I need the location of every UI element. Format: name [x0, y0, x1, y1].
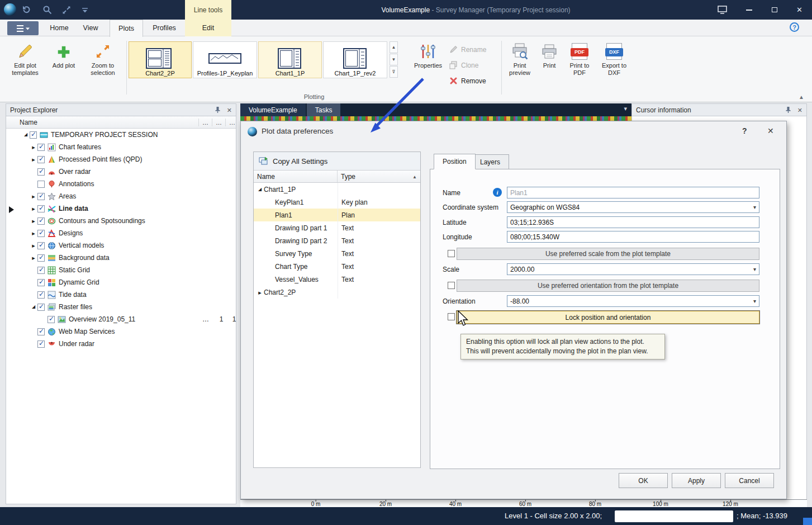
type-column-header[interactable]: Type	[338, 173, 420, 181]
print-preview-button[interactable]: Print preview	[505, 40, 535, 92]
tree-item[interactable]: Under radar	[6, 338, 236, 350]
checkbox[interactable]	[37, 242, 45, 249]
checkbox[interactable]	[37, 291, 45, 299]
checkbox[interactable]	[37, 279, 45, 286]
lock-position-bar[interactable]: Lock position and orientation	[457, 311, 759, 324]
ok-button[interactable]: OK	[619, 473, 668, 488]
tree-item[interactable]: Contours and Spotsoundings	[6, 215, 236, 227]
use-preferred-scale-bar[interactable]: Use preferred scale from the plot templa…	[457, 248, 759, 260]
latitude-input[interactable]	[507, 216, 759, 228]
app-logo-icon[interactable]	[4, 3, 16, 16]
column-header-ellipsis[interactable]: …	[198, 119, 212, 126]
checkbox[interactable]	[48, 316, 55, 323]
checkbox[interactable]	[37, 328, 45, 335]
lock-position-checkbox[interactable]	[448, 313, 455, 320]
close-panel-icon[interactable]	[227, 106, 232, 114]
expander-icon[interactable]	[22, 131, 30, 139]
gallery-scroll-up-button[interactable]: ▲	[390, 41, 398, 53]
tree-item[interactable]: Areas	[6, 190, 236, 202]
tree-column-header[interactable]: Name … … …	[6, 116, 236, 129]
checkbox[interactable]	[37, 193, 45, 200]
expander-icon[interactable]	[30, 242, 37, 249]
plot-row-drawing-id-2[interactable]: Drawing ID part 2Text	[254, 234, 420, 247]
expander-icon[interactable]	[30, 205, 37, 212]
scale-dropdown[interactable]: 2000.00	[507, 263, 759, 275]
pin-icon[interactable]	[214, 106, 221, 113]
apply-button[interactable]: Apply	[672, 473, 721, 488]
help-icon[interactable]	[790, 22, 799, 32]
plot-row-keyplan1[interactable]: KeyPlan1Key plan	[254, 196, 420, 209]
application-menu-button[interactable]	[7, 21, 39, 35]
tree-item[interactable]: Line data	[6, 202, 236, 215]
magnifier-icon[interactable]	[42, 5, 53, 17]
tab-layers[interactable]: Layers	[471, 154, 509, 169]
zoom-to-selection-button[interactable]: Zoom to selection	[82, 40, 124, 92]
tab-edit-contextual[interactable]: Edit	[185, 20, 231, 36]
use-preferred-orientation-checkbox[interactable]	[448, 282, 455, 289]
screen-layout-icon[interactable]	[718, 6, 728, 16]
close-button[interactable]	[787, 0, 812, 20]
tree-item[interactable]: Processed Point files (QPD)	[6, 153, 236, 165]
expander-icon[interactable]	[256, 186, 264, 193]
name-column-header[interactable]: Name	[6, 119, 37, 126]
tree-item[interactable]: Overview 2019_05_11…11	[6, 313, 236, 325]
minimize-button[interactable]	[737, 0, 762, 20]
tab-position[interactable]: Position	[434, 154, 476, 169]
close-panel-icon[interactable]	[797, 106, 802, 114]
map-view[interactable]	[240, 116, 631, 121]
plot-row-plan1-selected[interactable]: Plan1Plan	[254, 209, 420, 221]
tree-item[interactable]: TEMPORARY PROJECT SESSION	[6, 129, 236, 141]
checkbox[interactable]	[37, 168, 45, 176]
plot-row-drawing-id-1[interactable]: Drawing ID part 1Text	[254, 221, 420, 234]
list-column-header[interactable]: Name Type	[254, 171, 420, 183]
dialog-help-icon[interactable]	[742, 126, 747, 135]
expander-icon[interactable]	[30, 217, 37, 225]
checkbox[interactable]	[37, 217, 45, 225]
tree-item[interactable]: Web Map Services	[6, 325, 236, 338]
expand-arrows-icon[interactable]	[61, 5, 72, 17]
dialog-close-icon[interactable]	[767, 126, 774, 135]
expander-icon[interactable]	[30, 192, 37, 200]
use-preferred-orientation-bar[interactable]: Use preferred orientation from the plot …	[457, 280, 759, 292]
expander-icon[interactable]	[256, 288, 264, 296]
name-column-header[interactable]: Name	[254, 171, 338, 182]
column-header-ellipsis[interactable]: …	[225, 119, 239, 126]
collapse-ribbon-icon[interactable]: ▲	[799, 94, 804, 100]
tree-item[interactable]: Tide data	[6, 288, 236, 301]
sort-ascending-icon[interactable]	[412, 174, 417, 179]
gallery-item-chart-1p-rev2[interactable]: Chart_1P_rev2	[323, 41, 387, 78]
tree-item[interactable]: Background data	[6, 252, 236, 264]
gallery-scroll-down-button[interactable]: ▼	[390, 54, 398, 65]
checkbox[interactable]	[37, 144, 45, 151]
gallery-item-chart2-2p[interactable]: Chart2_2P	[129, 41, 192, 78]
tree-item[interactable]: Chart features	[6, 141, 236, 153]
export-to-dxf-button[interactable]: DXF Export to DXF	[597, 40, 631, 92]
pin-icon[interactable]	[785, 106, 792, 113]
undo-icon[interactable]	[21, 5, 31, 16]
tab-volumeexample[interactable]: VolumeExample	[240, 103, 306, 116]
print-button[interactable]: Print	[536, 40, 562, 92]
gallery-more-button[interactable]: ⊽	[390, 66, 398, 78]
tab-home[interactable]: Home	[46, 20, 73, 36]
info-icon[interactable]: i	[493, 188, 502, 197]
add-plot-button[interactable]: Add plot	[48, 40, 79, 92]
expander-icon[interactable]	[30, 254, 37, 262]
remove-button[interactable]: Remove	[447, 74, 500, 88]
tree-item[interactable]: Dynamic Grid	[6, 276, 236, 288]
expander-icon[interactable]	[30, 143, 37, 151]
tab-list-dropdown-icon[interactable]	[624, 105, 627, 112]
checkbox[interactable]	[37, 230, 45, 237]
checkbox[interactable]	[37, 156, 45, 163]
tree-item[interactable]: Over radar	[6, 165, 236, 178]
column-header-ellipsis[interactable]: …	[212, 119, 225, 126]
tab-profiles[interactable]: Profiles	[146, 20, 182, 36]
checkbox[interactable]	[37, 267, 45, 274]
checkbox[interactable]	[37, 181, 45, 188]
tab-tasks[interactable]: Tasks	[307, 103, 341, 116]
print-to-pdf-button[interactable]: PDF Print to PDF	[564, 40, 595, 92]
plot-row-chart1-1p[interactable]: Chart1_1P	[254, 183, 420, 196]
expander-icon[interactable]	[30, 229, 37, 237]
tree-item[interactable]: Annotations	[6, 178, 236, 190]
copy-all-settings-button[interactable]: Copy All Settings	[254, 152, 420, 171]
checkbox[interactable]	[37, 340, 45, 348]
